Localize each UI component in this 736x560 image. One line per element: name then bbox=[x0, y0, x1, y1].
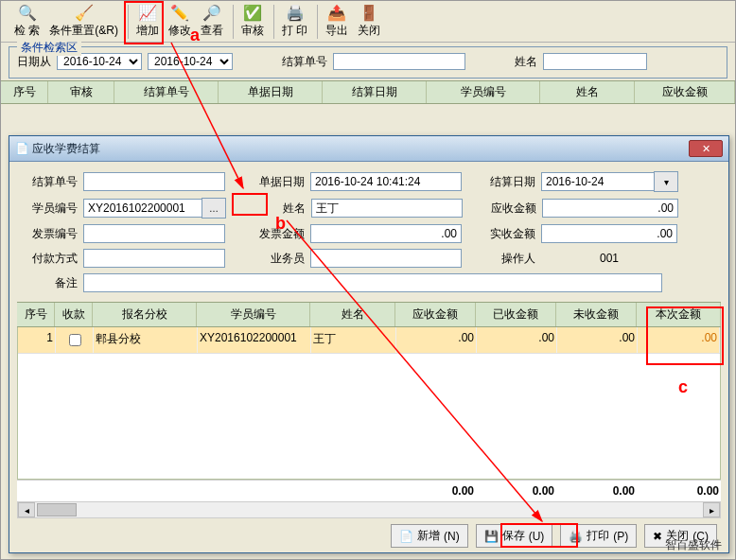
new-button[interactable]: 📄新增(N) bbox=[391, 524, 468, 548]
val-studentno[interactable]: XY2016102200001 bbox=[83, 199, 202, 218]
dcol-recvd: 已收金额 bbox=[476, 303, 556, 326]
dialog-close-button[interactable]: ✕ bbox=[689, 140, 723, 157]
dialog-grid-body: 1 郫县分校 XY2016102200001 王丁 .00 .00 .00 .0… bbox=[17, 327, 721, 480]
cell-student: XY2016102200001 bbox=[198, 327, 311, 353]
col-billdate: 单据日期 bbox=[219, 81, 323, 103]
add-label: 增加 bbox=[136, 24, 159, 37]
search-button[interactable]: 🔍检 索 bbox=[10, 3, 44, 37]
toolbar-sep bbox=[233, 5, 234, 39]
dcol-recv: 应收金额 bbox=[395, 303, 476, 326]
lbl-paymethod: 付款方式 bbox=[21, 251, 83, 267]
cell-unrecv: .00 bbox=[557, 327, 638, 353]
bill-no-input[interactable] bbox=[333, 53, 465, 70]
val-settledate[interactable]: 2016-10-24 bbox=[541, 172, 655, 191]
new-key: (N) bbox=[444, 530, 460, 543]
val-paymethod[interactable] bbox=[83, 249, 225, 268]
brand-label: 智百盛软件 bbox=[665, 537, 722, 553]
main-grid-header: 序号 审核 结算单号 单据日期 结算日期 学员编号 姓名 应收金额 bbox=[1, 80, 735, 104]
lbl-remark: 备注 bbox=[21, 275, 83, 291]
lbl-receivable: 应收金额 bbox=[480, 201, 542, 217]
save-icon: 💾 bbox=[484, 530, 499, 543]
dialog-title: 应收学费结算 bbox=[32, 141, 689, 157]
val-clerk[interactable] bbox=[310, 249, 462, 268]
date-to-select[interactable]: 2016-10-24 bbox=[148, 53, 233, 70]
val-received[interactable]: .00 bbox=[541, 224, 677, 243]
student-lookup-button[interactable]: … bbox=[202, 198, 226, 219]
toolbar-sep bbox=[317, 5, 318, 39]
scroll-left-icon[interactable]: ◂ bbox=[18, 502, 35, 517]
cell-branch: 郫县分校 bbox=[94, 327, 198, 353]
reset-icon: 🧹 bbox=[75, 3, 94, 22]
cell-current[interactable]: .00 bbox=[638, 327, 720, 353]
scroll-thumb[interactable] bbox=[37, 503, 77, 516]
val-invoiceno[interactable] bbox=[83, 224, 225, 243]
lbl-clerk: 业务员 bbox=[248, 251, 310, 267]
bill-no-label: 结算单号 bbox=[282, 54, 327, 70]
save-button[interactable]: 💾保存(U) bbox=[476, 524, 553, 548]
print-icon: 🖨️ bbox=[286, 3, 305, 22]
reset-button[interactable]: 🧹条件重置(&R) bbox=[45, 3, 122, 37]
add-button[interactable]: 📈增加 bbox=[132, 3, 163, 37]
dialog-form: 结算单号 单据日期 2016-10-24 10:41:24 结算日期 2016-… bbox=[9, 162, 728, 302]
val-remark[interactable] bbox=[83, 273, 662, 292]
main-toolbar: 🔍检 索 🧹条件重置(&R) 📈增加 ✏️修改 🔎查看 ✅审核 🖨️打 印 📤导… bbox=[1, 1, 735, 43]
print-button[interactable]: 🖨️打 印 bbox=[278, 3, 311, 37]
val-operator: 001 bbox=[541, 252, 677, 265]
dialog-grid-summary: 0.00 0.00 0.00 0.00 bbox=[17, 480, 721, 501]
reset-label: 条件重置(&R) bbox=[49, 24, 118, 37]
close-icon: ✖ bbox=[653, 530, 662, 543]
lbl-billdate: 单据日期 bbox=[248, 174, 310, 190]
sum-current: 0.00 bbox=[637, 484, 721, 498]
lbl-studentno: 学员编号 bbox=[21, 201, 83, 217]
row-checkbox[interactable] bbox=[69, 334, 81, 346]
search-icon: 🔍 bbox=[18, 3, 37, 22]
exit-label: 关闭 bbox=[358, 24, 380, 37]
lbl-received: 实收金额 bbox=[479, 226, 541, 242]
val-name[interactable]: 王丁 bbox=[311, 199, 463, 218]
lbl-settledate: 结算日期 bbox=[479, 174, 541, 190]
val-receivable[interactable]: .00 bbox=[542, 199, 678, 218]
dialog-footer: 📄新增(N) 💾保存(U) 🖨️打印(P) ✖关闭(C) bbox=[9, 518, 728, 553]
export-label: 导出 bbox=[325, 24, 348, 37]
lbl-invoiceno: 发票编号 bbox=[21, 226, 83, 242]
settledate-dropdown[interactable]: ▾ bbox=[654, 171, 678, 192]
print-key: (P) bbox=[613, 530, 628, 543]
view-label: 查看 bbox=[201, 24, 223, 37]
settlement-dialog: 📄 应收学费结算 ✕ 结算单号 单据日期 2016-10-24 10:41:24… bbox=[9, 135, 729, 553]
save-label: 保存 bbox=[502, 528, 525, 544]
criteria-panel: 条件检索区 日期从 2016-10-24 2016-10-24 结算单号 姓名 bbox=[9, 46, 727, 79]
dlg-print-label: 打印 bbox=[587, 528, 609, 544]
dcol-branch: 报名分校 bbox=[93, 303, 197, 326]
exit-button[interactable]: 🚪关闭 bbox=[354, 3, 384, 37]
name-label: 姓名 bbox=[515, 54, 537, 70]
edit-label: 修改 bbox=[168, 24, 191, 37]
close-icon: ✕ bbox=[702, 143, 710, 155]
col-seq: 序号 bbox=[1, 81, 48, 103]
sum-recv: 0.00 bbox=[395, 484, 476, 498]
add-icon: 📈 bbox=[138, 3, 157, 22]
scroll-right-icon[interactable]: ▸ bbox=[703, 502, 720, 517]
dlg-print-button[interactable]: 🖨️打印(P) bbox=[560, 524, 637, 548]
print-icon: 🖨️ bbox=[569, 530, 583, 543]
val-billdate[interactable]: 2016-10-24 10:41:24 bbox=[310, 172, 462, 191]
dcol-student: 学员编号 bbox=[197, 303, 310, 326]
dialog-grid-row[interactable]: 1 郫县分校 XY2016102200001 王丁 .00 .00 .00 .0… bbox=[18, 327, 720, 354]
export-button[interactable]: 📤导出 bbox=[322, 3, 352, 37]
sum-unrecv: 0.00 bbox=[556, 484, 637, 498]
view-button[interactable]: 🔎查看 bbox=[197, 3, 227, 37]
toolbar-sep bbox=[273, 5, 274, 39]
cell-seq: 1 bbox=[18, 327, 56, 353]
val-invoiceamt[interactable]: .00 bbox=[310, 224, 462, 243]
edit-icon: ✏️ bbox=[170, 3, 189, 22]
audit-button[interactable]: ✅审核 bbox=[237, 3, 268, 37]
col-settledate: 结算日期 bbox=[323, 81, 427, 103]
dcol-seq: 序号 bbox=[17, 303, 55, 326]
audit-label: 审核 bbox=[241, 24, 264, 37]
cell-chk[interactable] bbox=[56, 327, 94, 353]
save-key: (U) bbox=[529, 530, 545, 543]
dcol-current: 本次金额 bbox=[637, 303, 721, 326]
name-input[interactable] bbox=[543, 53, 647, 70]
edit-button[interactable]: ✏️修改 bbox=[165, 3, 195, 37]
dialog-hscrollbar[interactable]: ◂ ▸ bbox=[17, 501, 721, 518]
val-billno[interactable] bbox=[83, 172, 225, 191]
